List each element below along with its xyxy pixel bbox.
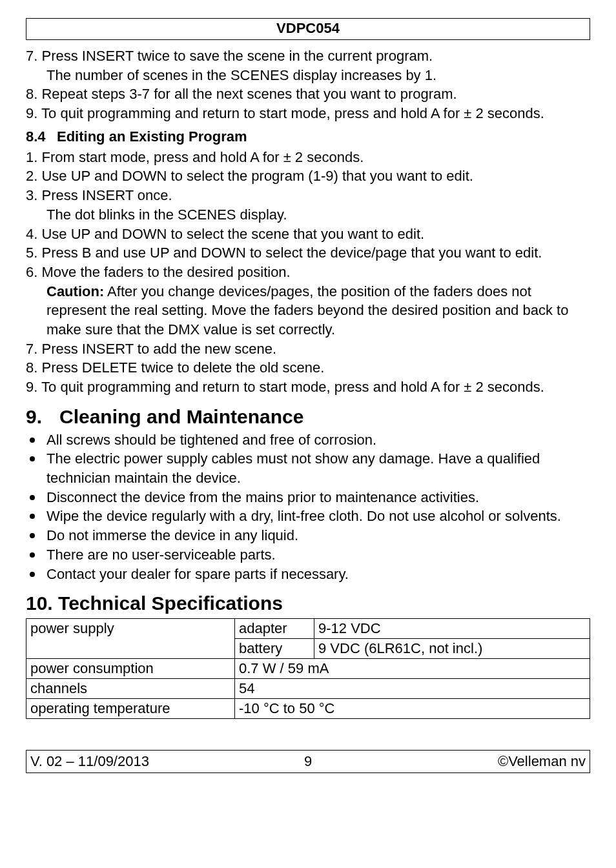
list-continuation: 7. Press INSERT twice to save the scene …: [26, 46, 590, 123]
list-item: 1. From start mode, press and hold A for…: [26, 148, 590, 167]
item-text: To quit programming and return to start …: [41, 379, 544, 395]
heading-10: 10. Technical Specifications: [26, 592, 590, 614]
list-item: 7. Press INSERT to add the new scene.: [26, 339, 590, 359]
heading-title: Editing an Existing Program: [57, 128, 247, 145]
spec-label: power consumption: [26, 659, 235, 679]
item-num: 6.: [26, 264, 37, 280]
spec-value: 9 VDC (6LR61C, not incl.): [314, 639, 590, 659]
item-num: 7.: [26, 341, 37, 357]
item-text: Repeat steps 3-7 for all the next scenes…: [41, 86, 457, 102]
item-num: 3.: [26, 187, 37, 203]
item-text: Use UP and DOWN to select the scene that…: [41, 226, 424, 242]
list-item: 4. Use UP and DOWN to select the scene t…: [26, 225, 590, 244]
spec-table: power supply adapter 9-12 VDC battery 9 …: [26, 618, 590, 719]
heading-9: 9.Cleaning and Maintenance: [26, 406, 590, 428]
item-subtext: The number of scenes in the SCENES displ…: [46, 66, 590, 85]
spec-value: 54: [235, 679, 590, 699]
item-text: From start mode, press and hold A for ± …: [41, 149, 364, 165]
bullet-item: Do not immerse the device in any liquid.: [26, 526, 590, 545]
item-text: Use UP and DOWN to select the program (1…: [41, 168, 473, 184]
item-text: To quit programming and return to start …: [41, 105, 544, 121]
spec-key: adapter: [235, 619, 314, 639]
bullet-item: Contact your dealer for spare parts if n…: [26, 565, 590, 584]
item-num: 8.: [26, 359, 37, 376]
item-text: Press INSERT to add the new scene.: [41, 341, 276, 357]
footer: V. 02 – 11/09/2013 9 ©Velleman nv: [26, 750, 590, 773]
bullet-item: Wipe the device regularly with a dry, li…: [26, 507, 590, 526]
item-text: Press INSERT once.: [41, 187, 172, 203]
list-editing-program: 1. From start mode, press and hold A for…: [26, 148, 590, 397]
item-text: Press INSERT twice to save the scene in …: [41, 48, 433, 64]
list-item: 3. Press INSERT once. The dot blinks in …: [26, 186, 590, 224]
item-num: 7.: [26, 48, 37, 64]
footer-page-number: 9: [216, 753, 401, 770]
list-item: 5. Press B and use UP and DOWN to select…: [26, 243, 590, 263]
list-item: 6. Move the faders to the desired positi…: [26, 263, 590, 339]
list-item: 9. To quit programming and return to sta…: [26, 104, 590, 123]
footer-copyright: ©Velleman nv: [400, 753, 586, 770]
item-text: Press DELETE twice to delete the old sce…: [41, 359, 324, 376]
item-num: 1.: [26, 149, 37, 165]
spec-value: 9-12 VDC: [314, 619, 590, 639]
spec-label: power supply: [26, 619, 235, 659]
item-text: Press B and use UP and DOWN to select th…: [41, 245, 542, 261]
spec-label: channels: [26, 679, 235, 699]
spec-value: -10 °C to 50 °C: [235, 699, 590, 719]
caution-label: Caution:: [46, 283, 104, 299]
spec-key: battery: [235, 639, 314, 659]
bullets-cleaning: All screws should be tightened and free …: [26, 430, 590, 584]
bullet-item: Disconnect the device from the mains pri…: [26, 488, 590, 507]
list-item: 2. Use UP and DOWN to select the program…: [26, 167, 590, 186]
item-num: 9.: [26, 379, 37, 395]
bullet-item: The electric power supply cables must no…: [26, 449, 590, 487]
header-code: VDPC054: [26, 18, 590, 40]
footer-version: V. 02 – 11/09/2013: [30, 753, 216, 770]
item-num: 4.: [26, 226, 37, 242]
bullet-item: There are no user-serviceable parts.: [26, 545, 590, 565]
heading-title: Technical Specifications: [58, 592, 283, 614]
heading-num: 8.4: [26, 128, 57, 145]
spec-value: 0.7 W / 59 mA: [235, 659, 590, 679]
heading-num: 10.: [26, 592, 53, 614]
item-subtext: The dot blinks in the SCENES display.: [46, 205, 590, 225]
caution-text: After you change devices/pages, the posi…: [46, 283, 568, 338]
list-item: 9. To quit programming and return to sta…: [26, 378, 590, 397]
list-item: 8. Press DELETE twice to delete the old …: [26, 358, 590, 378]
list-item: 8. Repeat steps 3-7 for all the next sce…: [26, 85, 590, 104]
heading-num: 9.: [26, 406, 59, 428]
item-text: Move the faders to the desired position.: [41, 264, 290, 280]
bullet-item: All screws should be tightened and free …: [26, 430, 590, 450]
item-num: 9.: [26, 105, 37, 121]
item-caution: Caution: After you change devices/pages,…: [46, 282, 590, 339]
item-num: 8.: [26, 86, 37, 102]
list-item: 7. Press INSERT twice to save the scene …: [26, 46, 590, 85]
heading-title: Cleaning and Maintenance: [59, 406, 303, 427]
spec-label: operating temperature: [26, 699, 235, 719]
heading-8-4: 8.4Editing an Existing Program: [26, 128, 590, 145]
item-num: 5.: [26, 245, 37, 261]
item-num: 2.: [26, 168, 37, 184]
